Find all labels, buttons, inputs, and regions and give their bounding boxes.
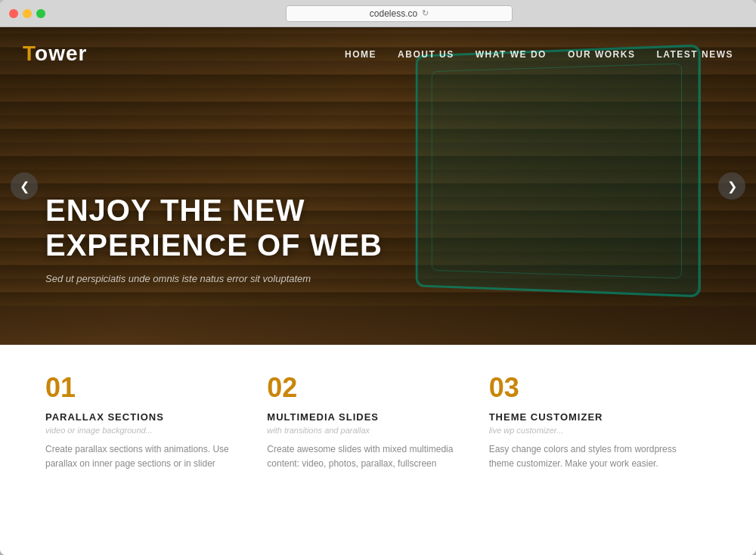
nav-link-works[interactable]: OUR WORKS <box>568 49 636 60</box>
feature-subtitle-2: with transitions and parallax <box>267 426 458 435</box>
feature-subtitle-1: video or image background... <box>45 426 237 435</box>
url-text: codeless.co <box>370 8 417 19</box>
hero-content: ENJOY THE NEW EXPERIENCE OF WEB Sed ut p… <box>45 193 383 284</box>
feature-desc-2: Create awesome slides with mixed multime… <box>267 442 458 471</box>
nav-link-home[interactable]: HOME <box>345 49 376 60</box>
minimize-button[interactable] <box>23 9 32 18</box>
nav-links: HOME ABOUT US WHAT WE DO OUR WORKS LATES… <box>345 47 733 60</box>
feature-desc-3: Easy change colors and styles from wordp… <box>489 442 680 471</box>
browser-content: Tower HOME ABOUT US WHAT WE DO OUR WORKS… <box>0 27 756 555</box>
feature-item-2: 02 MULTIMEDIA SLIDES with transitions an… <box>267 372 488 471</box>
logo[interactable]: Tower <box>23 42 87 66</box>
nav-item-what[interactable]: WHAT WE DO <box>476 47 547 60</box>
navbar: Tower HOME ABOUT US WHAT WE DO OUR WORKS… <box>0 27 756 80</box>
feature-item-1: 01 PARALLAX SECTIONS video or image back… <box>45 372 267 471</box>
url-input[interactable]: codeless.co ↻ <box>286 5 513 22</box>
feature-subtitle-3: live wp customizer... <box>489 426 680 435</box>
refresh-icon[interactable]: ↻ <box>422 8 429 18</box>
nav-link-about[interactable]: ABOUT US <box>398 49 454 60</box>
nav-link-what[interactable]: WHAT WE DO <box>476 49 547 60</box>
next-arrow[interactable]: ❯ <box>718 172 745 200</box>
maximize-button[interactable] <box>36 9 45 18</box>
hero-section: Tower HOME ABOUT US WHAT WE DO OUR WORKS… <box>0 27 756 345</box>
close-button[interactable] <box>9 9 18 18</box>
hero-title-line1: ENJOY THE NEW <box>45 194 305 227</box>
nav-item-news[interactable]: LATEST NEWS <box>656 47 733 60</box>
nav-link-news[interactable]: LATEST NEWS <box>656 49 733 60</box>
nav-item-about[interactable]: ABOUT US <box>398 47 454 60</box>
browser-window: codeless.co ↻ Tower HOME ABOUT US WHAT W… <box>0 0 756 555</box>
browser-titlebar: codeless.co ↻ <box>0 0 756 27</box>
hero-title-line2: EXPERIENCE OF WEB <box>45 228 383 262</box>
feature-title-3: THEME CUSTOMIZER <box>489 411 680 423</box>
feature-title-2: MULTIMEDIA SLIDES <box>267 411 458 423</box>
address-bar: codeless.co ↻ <box>51 5 747 22</box>
features-section: 01 PARALLAX SECTIONS video or image back… <box>0 345 756 555</box>
logo-rest: ower <box>35 42 87 65</box>
suitcase-decoration <box>416 45 701 298</box>
feature-number-3: 03 <box>489 372 680 404</box>
hero-subtitle: Sed ut perspiciatis unde omnis iste natu… <box>45 273 363 284</box>
prev-arrow[interactable]: ❮ <box>11 172 38 200</box>
feature-item-3: 03 THEME CUSTOMIZER live wp customizer..… <box>489 372 711 471</box>
feature-title-1: PARALLAX SECTIONS <box>45 411 237 423</box>
nav-item-works[interactable]: OUR WORKS <box>568 47 636 60</box>
hero-title: ENJOY THE NEW EXPERIENCE OF WEB <box>45 193 383 262</box>
traffic-lights <box>9 9 45 18</box>
feature-desc-1: Create parallax sections with animations… <box>45 442 237 471</box>
feature-number-1: 01 <box>45 372 237 404</box>
logo-t: T <box>23 42 35 65</box>
feature-number-2: 02 <box>267 372 458 404</box>
nav-item-home[interactable]: HOME <box>345 47 376 60</box>
